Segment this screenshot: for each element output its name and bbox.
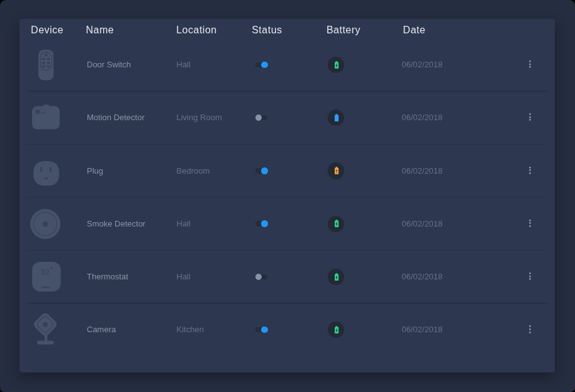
svg-text:32: 32 bbox=[41, 268, 50, 277]
